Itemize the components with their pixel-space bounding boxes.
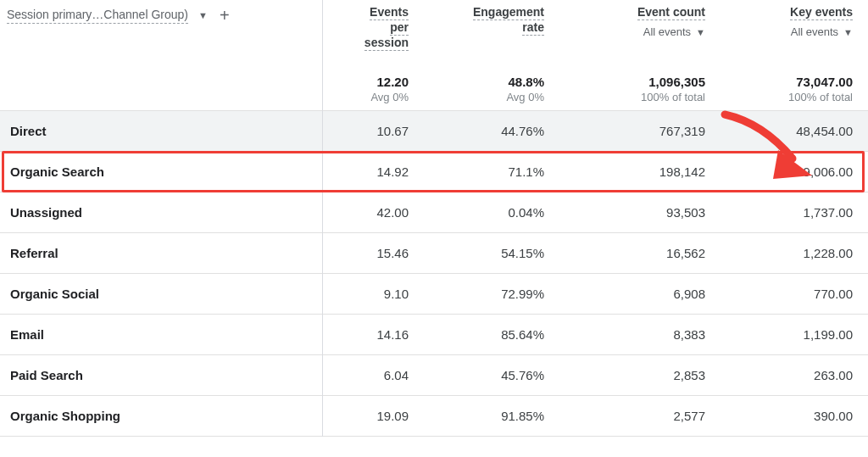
summary-note: 100% of total xyxy=(726,91,853,103)
row-metric-cell: 72.99% xyxy=(424,274,559,315)
row-metric-cell: 14.16 xyxy=(322,315,424,355)
header-row: Session primary…Channel Group) ▼ + Event… xyxy=(0,0,868,56)
summary-value: 48.8% xyxy=(429,75,544,89)
summary-cell: 48.8%Avg 0% xyxy=(424,56,559,111)
row-metric-cell: 770.00 xyxy=(721,274,868,315)
table-row[interactable]: Referral15.4654.15%16,5621,228.00 xyxy=(0,233,868,274)
row-metric-cell: 1,199.00 xyxy=(721,315,868,355)
metric-header-2[interactable]: Event countAll events▼ xyxy=(559,0,721,56)
row-metric-cell: 44.76% xyxy=(424,111,559,152)
dimension-label[interactable]: Session primary…Channel Group) xyxy=(7,8,188,24)
row-metric-cell: 71.1% xyxy=(424,152,559,192)
row-dimension[interactable]: Organic Search xyxy=(0,152,322,192)
row-dimension[interactable]: Referral xyxy=(0,233,322,274)
summary-cell: 73,047.00100% of total xyxy=(721,56,868,111)
metric-filter-dropdown[interactable]: All events▼ xyxy=(565,25,705,38)
summary-cell: 1,096,305100% of total xyxy=(559,56,721,111)
table-row[interactable]: Unassigned42.000.04%93,5031,737.00 xyxy=(0,192,868,233)
row-dimension[interactable]: Email xyxy=(0,315,322,355)
table-row[interactable]: Direct10.6744.76%767,31948,454.00 xyxy=(0,111,868,152)
column-divider xyxy=(322,0,323,437)
row-metric-cell: 6,908 xyxy=(559,274,721,315)
summary-value: 73,047.00 xyxy=(726,75,853,89)
summary-value: 12.20 xyxy=(327,75,409,89)
row-metric-cell: 8,383 xyxy=(559,315,721,355)
summary-note: Avg 0% xyxy=(429,91,544,103)
row-metric-cell: 390.00 xyxy=(721,396,868,437)
row-metric-cell: 15.46 xyxy=(322,233,424,274)
table-row[interactable]: Organic Search14.9271.1%198,14219,006.00 xyxy=(0,152,868,192)
row-dimension[interactable]: Unassigned xyxy=(0,192,322,233)
row-metric-cell: 263.00 xyxy=(721,355,868,396)
row-metric-cell: 91.85% xyxy=(424,396,559,437)
table-row[interactable]: Email14.1685.64%8,3831,199.00 xyxy=(0,315,868,355)
row-metric-cell: 767,319 xyxy=(559,111,721,152)
row-metric-cell: 42.00 xyxy=(322,192,424,233)
summary-value: 1,096,305 xyxy=(565,75,705,89)
row-dimension[interactable]: Paid Search xyxy=(0,355,322,396)
metric-header-label: Event count xyxy=(637,5,705,20)
metric-filter-dropdown[interactable]: All events▼ xyxy=(726,25,853,38)
row-dimension[interactable]: Direct xyxy=(0,111,322,152)
table-row[interactable]: Paid Search6.0445.76%2,853263.00 xyxy=(0,355,868,396)
row-metric-cell: 48,454.00 xyxy=(721,111,868,152)
chevron-down-icon: ▼ xyxy=(696,27,705,37)
metric-header-label: per xyxy=(390,20,409,36)
chevron-down-icon[interactable]: ▼ xyxy=(198,10,208,20)
table-row[interactable]: Organic Shopping19.0991.85%2,577390.00 xyxy=(0,396,868,437)
row-metric-cell: 16,562 xyxy=(559,233,721,274)
report-table: Session primary…Channel Group) ▼ + Event… xyxy=(0,0,868,437)
row-metric-cell: 1,228.00 xyxy=(721,233,868,274)
metric-header-1[interactable]: Engagementrate xyxy=(424,0,559,56)
table-row[interactable]: Organic Social9.1072.99%6,908770.00 xyxy=(0,274,868,315)
row-metric-cell: 198,142 xyxy=(559,152,721,192)
row-metric-cell: 0.04% xyxy=(424,192,559,233)
summary-note: Avg 0% xyxy=(327,91,409,103)
metric-header-0[interactable]: Eventspersession xyxy=(322,0,424,56)
row-metric-cell: 1,737.00 xyxy=(721,192,868,233)
row-dimension[interactable]: Organic Shopping xyxy=(0,396,322,437)
metric-header-label: Engagement xyxy=(473,5,544,20)
row-metric-cell: 85.64% xyxy=(424,315,559,355)
metric-header-label: Events xyxy=(370,5,409,20)
report-table-wrap: Session primary…Channel Group) ▼ + Event… xyxy=(0,0,868,437)
summary-dim-cell xyxy=(0,56,322,111)
metric-header-label: Key events xyxy=(790,5,853,20)
row-metric-cell: 93,503 xyxy=(559,192,721,233)
row-metric-cell: 6.04 xyxy=(322,355,424,396)
chevron-down-icon: ▼ xyxy=(843,27,853,37)
dimension-header[interactable]: Session primary…Channel Group) ▼ + xyxy=(0,0,322,56)
row-metric-cell: 19,006.00 xyxy=(721,152,868,192)
add-dimension-button[interactable]: + xyxy=(216,7,233,24)
row-metric-cell: 14.92 xyxy=(322,152,424,192)
row-metric-cell: 45.76% xyxy=(424,355,559,396)
row-metric-cell: 2,577 xyxy=(559,396,721,437)
row-metric-cell: 9.10 xyxy=(322,274,424,315)
metric-header-label: rate xyxy=(522,20,544,36)
row-metric-cell: 54.15% xyxy=(424,233,559,274)
summary-row: 12.20Avg 0%48.8%Avg 0%1,096,305100% of t… xyxy=(0,56,868,111)
row-dimension[interactable]: Organic Social xyxy=(0,274,322,315)
summary-cell: 12.20Avg 0% xyxy=(322,56,424,111)
row-metric-cell: 19.09 xyxy=(322,396,424,437)
metric-header-label: session xyxy=(364,36,409,51)
row-metric-cell: 2,853 xyxy=(559,355,721,396)
metric-header-3[interactable]: Key eventsAll events▼ xyxy=(721,0,868,56)
row-metric-cell: 10.67 xyxy=(322,111,424,152)
summary-note: 100% of total xyxy=(565,91,705,103)
